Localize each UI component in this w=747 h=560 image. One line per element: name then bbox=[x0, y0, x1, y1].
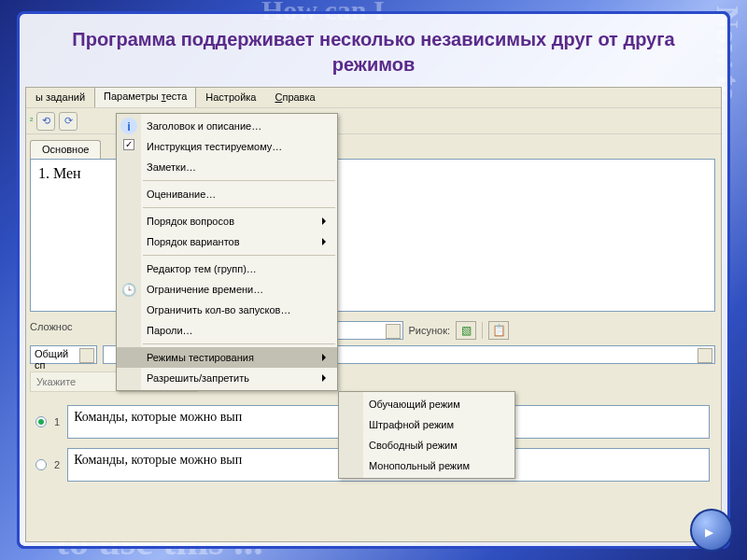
answer-2-text-a: Команды, которые можно вып bbox=[74, 453, 242, 467]
menu-label: еста bbox=[166, 91, 188, 102]
menu-item-launch-limit[interactable]: Ограничить кол-во запусков… bbox=[117, 300, 337, 320]
radio-1[interactable] bbox=[35, 416, 47, 427]
menu-item-label: Монопольный режим bbox=[369, 460, 470, 471]
redo-icon: ⟳ bbox=[64, 115, 73, 127]
menu-label: правка bbox=[282, 91, 315, 103]
menu-item-instruction[interactable]: ✓ Инструкция тестируемому… bbox=[117, 136, 337, 157]
nav-icon: ▸ bbox=[705, 522, 713, 542]
info-icon: i bbox=[120, 118, 137, 134]
submenu-arrow-icon bbox=[322, 354, 330, 361]
menubar: ы заданий Параметры теста Настройка Спра… bbox=[26, 88, 721, 108]
menu-separator bbox=[143, 207, 335, 208]
submenu-item-training-mode[interactable]: Обучающий режим bbox=[339, 394, 514, 414]
menu-separator bbox=[143, 255, 335, 256]
menu-test-params[interactable]: Параметры теста bbox=[94, 87, 196, 107]
menu-item-grading[interactable]: Оценивание… bbox=[117, 184, 337, 204]
toolbar-redo-button[interactable]: ⟳ bbox=[59, 112, 78, 131]
tab-main[interactable]: Основное bbox=[30, 140, 101, 159]
clock-icon: 🕒 bbox=[120, 281, 137, 298]
slide-frame: Программа поддерживает несколько независ… bbox=[17, 11, 730, 549]
check-icon: ✓ bbox=[123, 139, 134, 150]
radio-2-label: 2 bbox=[54, 459, 60, 470]
menu-item-label: Заметки… bbox=[147, 161, 196, 173]
menu-item-theme-editor[interactable]: Редактор тем (групп)… bbox=[117, 259, 337, 279]
menu-settings[interactable]: Настройка bbox=[196, 88, 265, 107]
menu-item-time-limit[interactable]: 🕒 Ограничение времени… bbox=[117, 279, 337, 300]
paste-icon: 📋 bbox=[492, 324, 506, 337]
menu-test-params-dropdown: i Заголовок и описание… ✓ Инструкция тес… bbox=[116, 113, 338, 391]
separator bbox=[482, 322, 483, 339]
menu-item-question-order[interactable]: Порядок вопросов bbox=[117, 211, 337, 231]
menu-item-variant-order[interactable]: Порядок вариантов bbox=[117, 231, 337, 252]
radio-2[interactable] bbox=[35, 459, 47, 470]
menu-item-label: Режимы тестирования bbox=[147, 352, 254, 363]
common-combo[interactable]: Общий сп bbox=[30, 345, 97, 364]
submenu-arrow-icon bbox=[322, 217, 330, 225]
menu-item-label: Ограничить кол-во запусков… bbox=[147, 304, 290, 315]
slide-title: Программа поддерживает несколько независ… bbox=[25, 20, 722, 83]
menu-item-label: Свободный режим bbox=[369, 440, 458, 451]
menu-item-passwords[interactable]: Пароли… bbox=[117, 320, 337, 341]
menu-tasks[interactable]: ы заданий bbox=[26, 88, 94, 107]
complexity-label: Сложнос bbox=[30, 321, 73, 332]
menu-item-label: Оценивание… bbox=[147, 189, 216, 200]
undo-icon: ⟲ bbox=[42, 115, 50, 127]
menu-item-header-desc[interactable]: i Заголовок и описание… bbox=[117, 116, 337, 136]
menu-help[interactable]: Справка bbox=[265, 88, 324, 107]
menu-item-label: Порядок вопросов bbox=[147, 216, 234, 227]
submenu-item-penalty-mode[interactable]: Штрафной режим bbox=[339, 414, 514, 435]
menu-item-allow-deny[interactable]: Разрешить/запретить bbox=[117, 368, 337, 388]
toolbar-undo-button[interactable]: ⟲ bbox=[36, 112, 55, 131]
picture-label: Рисунок: bbox=[409, 325, 451, 336]
menu-item-label: Обучающий режим bbox=[369, 399, 460, 410]
submenu-item-free-mode[interactable]: Свободный режим bbox=[339, 435, 514, 455]
menu-separator bbox=[143, 343, 335, 344]
menu-item-label: Инструкция тестируемому… bbox=[147, 141, 282, 152]
submenu-test-modes: Обучающий режим Штрафной режим Свободный… bbox=[338, 391, 515, 479]
menu-item-label: Ограничение времени… bbox=[147, 284, 263, 295]
radio-1-label: 1 bbox=[54, 416, 60, 427]
menu-separator bbox=[143, 180, 335, 181]
menu-item-label: Штрафной режим bbox=[369, 419, 454, 430]
picture-add-icon: ▧ bbox=[461, 324, 472, 337]
round-nav-button[interactable]: ▸ bbox=[690, 509, 733, 552]
submenu-arrow-icon bbox=[322, 238, 330, 245]
menu-item-notes[interactable]: Заметки… bbox=[117, 157, 337, 177]
menu-item-label: Пароли… bbox=[147, 325, 193, 336]
toolbar-num: ² bbox=[30, 116, 33, 126]
menu-item-test-modes[interactable]: Режимы тестирования bbox=[117, 347, 337, 368]
menu-item-label: Разрешить/запретить bbox=[147, 372, 249, 384]
tab-strip: Основное bbox=[30, 140, 103, 159]
menu-label: Параметры bbox=[104, 91, 162, 102]
submenu-arrow-icon bbox=[322, 374, 330, 382]
answer-1-text-a: Команды, которые можно вып bbox=[74, 410, 242, 424]
add-picture-button[interactable]: ▧ bbox=[456, 321, 476, 340]
submenu-item-monopoly-mode[interactable]: Монопольный режим bbox=[339, 455, 514, 476]
menu-item-label: Порядок вариантов bbox=[147, 236, 240, 247]
paste-button[interactable]: 📋 bbox=[488, 321, 509, 340]
common-combo-value: Общий сп bbox=[35, 348, 68, 371]
menu-item-label: Редактор тем (групп)… bbox=[147, 263, 257, 274]
menu-item-label: Заголовок и описание… bbox=[147, 120, 261, 132]
